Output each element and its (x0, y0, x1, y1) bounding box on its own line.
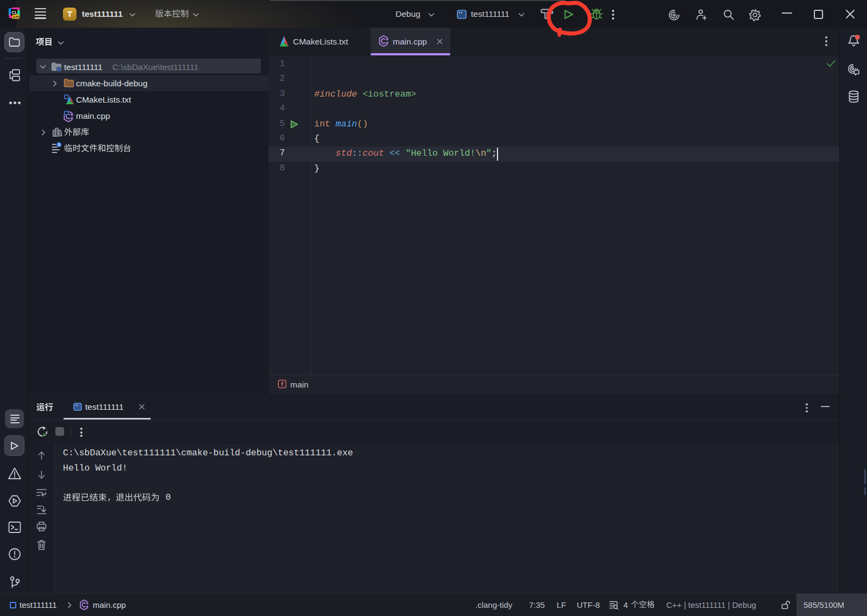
svg-text:EAP: EAP (13, 15, 20, 18)
svg-text:CL: CL (11, 10, 17, 15)
